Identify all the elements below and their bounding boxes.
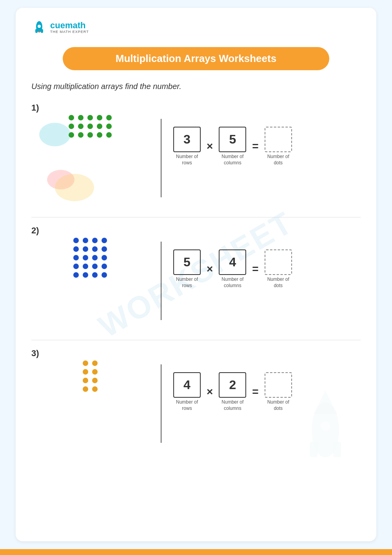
cols-group-1: 5 Number ofcolumns [219,127,246,166]
dot-row [73,238,107,243]
dot [97,115,102,120]
dot [87,132,93,138]
title-banner: Multiplication Arrays Worksheets [63,47,329,70]
footer: www.cuemath.com [0,549,392,555]
dot-array-1 [69,115,112,138]
dot [83,246,88,252]
rows-label-1: Number ofrows [176,154,198,166]
dot [83,238,88,243]
problem-1-equation: 3 Number ofrows × 5 Number ofcolumns = N… [173,115,361,166]
answer-box-3[interactable] [265,372,292,398]
problem-2-equation: 5 Number ofrows × 4 Number ofcolumns = N… [173,238,361,289]
logo-area: cuemath THE MATH EXPERT [31,20,89,35]
dot-row [69,124,112,129]
cols-group-3: 2 Number ofcolumns [219,372,246,411]
equals-operator-1: = [252,140,258,153]
svg-rect-7 [35,29,38,33]
dot-row [83,369,98,375]
header: cuemath THE MATH EXPERT [31,20,361,35]
blob-red-1 [47,170,74,189]
dot [102,238,107,243]
dot [106,124,112,129]
dot [106,115,112,120]
multiply-operator-1: × [207,140,213,153]
dot-row [73,264,107,269]
cols-box-3: 2 [219,372,246,398]
problem-2-array [31,238,149,278]
dot [92,378,98,383]
answer-group-3: Number ofdots [265,372,292,411]
rows-label-3: Number ofrows [176,399,198,411]
cols-group-2: 4 Number ofcolumns [219,249,246,289]
cols-label-3: Number ofcolumns [221,399,243,411]
dot [102,246,107,252]
dot [73,255,79,260]
dot-row [83,386,98,392]
blob-yellow-1 [55,174,94,201]
dot [92,264,98,269]
rows-group-3: 4 Number ofrows [173,372,201,411]
rows-group-1: 3 Number ofrows [173,127,201,166]
dot [92,360,98,366]
dots-label-3: Number ofdots [267,399,289,411]
dot [73,272,79,278]
dot [92,246,98,252]
divider-2 [161,242,162,320]
equals-operator-3: = [252,386,258,398]
rows-box-3: 4 [173,372,201,398]
dot [92,238,98,243]
rows-box-2: 5 [173,249,201,275]
svg-point-9 [38,25,41,28]
rows-group-2: 5 Number ofrows [173,249,201,289]
cols-box-1: 5 [219,127,246,152]
dot-row [73,272,107,278]
divider-hr-2 [31,340,361,340]
dot [73,264,79,269]
dot-row [73,255,107,260]
dot [92,369,98,375]
instructions-text: Using multiplication arrays find the num… [31,82,361,91]
answer-box-1[interactable] [265,127,292,152]
dot [69,115,74,120]
dot [83,360,88,366]
dot [83,386,88,392]
problem-1: 3 Number ofrows × 5 Number ofcolumns = N… [31,115,361,201]
logo-tagline: THE MATH EXPERT [50,30,89,34]
multiply-operator-3: × [207,386,213,398]
problem-3-equation: 4 Number ofrows × 2 Number ofcolumns = N… [173,360,361,411]
problem-1-array [31,115,149,138]
dot [92,272,98,278]
dot [78,115,83,120]
cols-label-1: Number ofcolumns [221,154,243,166]
dot [83,272,88,278]
problem-3-number: 3) [31,348,361,358]
dot-array-3 [83,360,98,392]
answer-group-2: Number ofdots [265,249,292,289]
divider-hr-1 [31,217,361,218]
problem-3-array [31,360,149,392]
rows-box-1: 3 [173,127,201,152]
logo-rocket-icon [31,20,47,35]
dot [83,369,88,375]
dot [83,264,88,269]
dot [92,386,98,392]
cols-label-2: Number ofcolumns [221,277,243,289]
dot [78,132,83,138]
divider-1 [161,119,162,197]
answer-box-2[interactable] [265,249,292,275]
svg-rect-8 [41,29,43,33]
worksheet-page: WORKSHEET cuemath THE MATH EXPERT [16,8,376,541]
dot [97,124,102,129]
dot-row [83,378,98,383]
dot [78,124,83,129]
dot [106,132,112,138]
dot [92,255,98,260]
dot [69,124,74,129]
dot [83,378,88,383]
logo-text: cuemath THE MATH EXPERT [50,21,89,34]
divider-3 [161,364,162,443]
multiply-operator-2: × [207,263,213,275]
dot-row [69,132,112,138]
dot-array-2 [73,238,107,278]
dot [102,264,107,269]
